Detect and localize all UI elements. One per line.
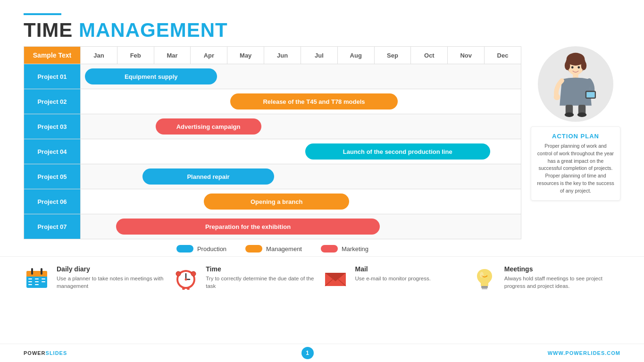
svg-rect-35 [187, 288, 190, 290]
svg-rect-24 [28, 284, 32, 285]
footer-left: POWERSLIDES [24, 350, 67, 356]
bottom-item-time: Time Try to correctly determine the due … [173, 265, 322, 292]
project-label-02: Project 02 [24, 89, 80, 114]
svg-rect-18 [28, 278, 32, 279]
table-row: Project 01 Equipment supply [24, 64, 521, 89]
legend-marketing: Marketing [321, 245, 368, 253]
action-plan-text: Proper planning of work and control of w… [537, 143, 614, 194]
footer: POWERSLIDES 1 WWW.POWERLIDES.COM [0, 344, 644, 362]
bottom-text-mail: Mail Use e-mail to monitor progress. [355, 265, 431, 282]
legend-production: Production [176, 245, 226, 253]
legend-pill-production [176, 245, 193, 253]
legend-pill-marketing [321, 245, 338, 253]
svg-rect-43 [481, 286, 488, 288]
woman-illustration [547, 51, 604, 117]
meetings-title: Meetings [504, 265, 620, 273]
svg-point-33 [191, 271, 196, 276]
month-dec: Dec [485, 47, 521, 64]
svg-rect-26 [31, 268, 33, 275]
meetings-text: Always hold staff meetings to see projec… [504, 275, 620, 290]
bottom-item-meetings: Meetings Always hold staff meetings to s… [471, 265, 620, 292]
svg-point-9 [571, 66, 574, 68]
bottom-text-time: Time Try to correctly determine the due … [206, 265, 322, 290]
svg-point-3 [565, 61, 570, 70]
mail-title: Mail [355, 265, 431, 273]
bar-advertising-campaign: Advertising campaign [156, 118, 261, 135]
mail-icon [322, 265, 349, 292]
table-row: Project 02 Release of the T45 and T78 mo… [24, 89, 521, 114]
svg-point-45 [480, 272, 484, 278]
svg-rect-23 [42, 281, 45, 282]
right-panel: ACTION PLAN Proper planning of work and … [531, 46, 620, 253]
month-jun: Jun [264, 47, 301, 64]
bar-production-line: Launch of the second production line [305, 143, 490, 160]
month-nov: Nov [448, 47, 485, 64]
footer-accent: SLIDES [46, 350, 67, 356]
svg-rect-21 [28, 281, 32, 282]
footer-right: WWW.POWERLIDES.COM [548, 350, 620, 356]
legend-label-production: Production [197, 245, 226, 253]
svg-point-8 [554, 94, 560, 101]
month-jan: Jan [80, 47, 117, 64]
month-aug: Aug [337, 47, 374, 64]
footer-page-number: 1 [301, 347, 314, 359]
daily-diary-title: Daily diary [57, 265, 173, 273]
svg-point-13 [565, 112, 574, 117]
svg-rect-17 [26, 275, 47, 277]
month-apr: Apr [191, 47, 227, 64]
bar-exhibition: Preparation for the exhibition [116, 219, 380, 235]
avatar [538, 46, 613, 122]
month-oct: Oct [411, 47, 448, 64]
project-label-07: Project 07 [24, 214, 80, 239]
month-sep: Sep [374, 47, 411, 64]
time-text: Try to correctly determine the due date … [206, 275, 322, 290]
project-label-01: Project 01 [24, 64, 80, 89]
svg-rect-7 [586, 92, 594, 98]
svg-rect-34 [182, 288, 185, 290]
table-row: Project 07 Preparation for the exhibitio… [24, 214, 521, 239]
daily-diary-text: Use a planner to take notes in meetings … [57, 275, 173, 290]
svg-rect-44 [482, 288, 487, 289]
action-plan-box: ACTION PLAN Proper planning of work and … [531, 126, 620, 201]
month-feb: Feb [117, 47, 154, 64]
legend: Production Management Marketing [24, 245, 521, 253]
legend-pill-management [245, 245, 262, 253]
bar-equipment-supply: Equipment supply [85, 68, 217, 84]
month-mar: Mar [154, 47, 191, 64]
svg-point-32 [176, 271, 181, 276]
svg-rect-27 [41, 268, 42, 275]
bottom-item-mail: Mail Use e-mail to monitor progress. [322, 265, 471, 292]
svg-rect-25 [35, 284, 39, 285]
time-title: Time [206, 265, 322, 273]
main-content: Sample Text Jan Feb Mar Apr May Jun Jul … [0, 46, 644, 253]
bottom-text-meetings: Meetings Always hold staff meetings to s… [504, 265, 620, 290]
month-may: May [227, 47, 264, 64]
gantt-area: Sample Text Jan Feb Mar Apr May Jun Jul … [24, 46, 521, 253]
header-accent-line [24, 13, 61, 15]
legend-label-management: Management [266, 245, 302, 253]
table-row: Project 05 Planned repair [24, 164, 521, 189]
bar-release-models: Release of the T45 and T78 models [230, 93, 398, 109]
bar-opening-branch: Opening a branch [204, 194, 349, 210]
svg-rect-20 [42, 278, 45, 279]
gantt-table: Sample Text Jan Feb Mar Apr May Jun Jul … [24, 46, 521, 239]
table-row: Project 03 Advertising campaign [24, 114, 521, 139]
table-row: Project 04 Launch of the second producti… [24, 139, 521, 164]
svg-point-4 [581, 61, 587, 70]
svg-point-14 [577, 112, 586, 117]
bottom-section: Daily diary Use a planner to take notes … [0, 256, 644, 296]
legend-management: Management [245, 245, 302, 253]
action-plan-title: ACTION PLAN [537, 133, 614, 140]
svg-point-10 [577, 66, 580, 68]
svg-rect-19 [35, 278, 39, 279]
project-label-05: Project 05 [24, 164, 80, 189]
table-row: Project 06 Opening a branch [24, 189, 521, 214]
bulb-icon [471, 265, 498, 292]
title-part2: MANAGEMENT [79, 19, 228, 41]
project-label-04: Project 04 [24, 139, 80, 164]
bottom-text-daily-diary: Daily diary Use a planner to take notes … [57, 265, 173, 290]
calendar-icon [24, 265, 50, 292]
mail-text: Use e-mail to monitor progress. [355, 275, 431, 282]
project-label-03: Project 03 [24, 114, 80, 139]
month-jul: Jul [301, 47, 337, 64]
